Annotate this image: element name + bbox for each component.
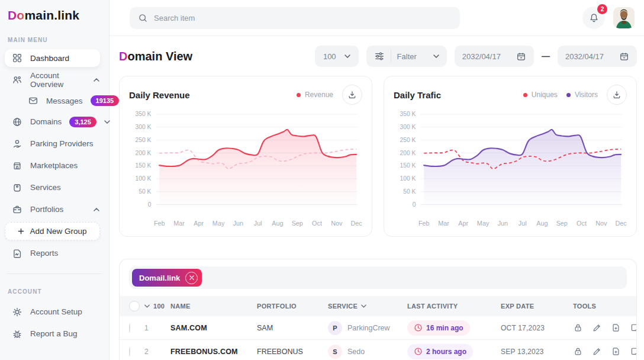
domain-name[interactable]: FREEBONUS.COM (170, 348, 257, 356)
chevron-up-icon (94, 78, 99, 82)
users-icon (11, 75, 22, 85)
main-area: 2 Domain View 100 Falter (110, 0, 644, 360)
sidebar-item-dashboard[interactable]: Dashboard (5, 49, 100, 67)
search-icon (138, 13, 148, 23)
date-from-picker[interactable]: 2032/04/17 (455, 46, 534, 67)
lock-button[interactable] (573, 346, 583, 356)
svg-text:150 K: 150 K (400, 162, 416, 169)
sidebar-item-parking-providers[interactable]: Parking Providers (0, 133, 109, 155)
divider (391, 50, 391, 62)
sidebar-item-label: Reports (30, 249, 58, 258)
remove-chip-button[interactable] (185, 272, 198, 284)
legend-item-visitors: Visitors (566, 91, 598, 99)
sidebar-item-services[interactable]: Services (0, 176, 109, 198)
sidebar-item-messages[interactable]: Messages 19135 (0, 91, 109, 111)
svg-text:Mar: Mar (438, 220, 449, 227)
edit-button[interactable] (592, 346, 602, 356)
sidebar-item-label: Report a Bug (30, 329, 78, 338)
column-header-service-label: SERVICE (328, 303, 358, 310)
svg-text:300 K: 300 K (400, 124, 416, 130)
logo-accent: Do (8, 8, 24, 22)
search-input[interactable] (154, 14, 452, 22)
svg-text:Aug: Aug (272, 220, 283, 227)
export-note-button[interactable] (630, 323, 637, 333)
row-checkbox[interactable] (129, 323, 130, 333)
filter-dropdown[interactable]: Falter (366, 46, 447, 67)
page-title-accent: D (119, 50, 127, 63)
svg-text:Oct: Oct (577, 220, 587, 227)
chip-label: Domail.link (139, 274, 180, 282)
sidebar-item-label: Account Overview (30, 71, 86, 89)
sidebar-item-portfolios[interactable]: Portfolios (0, 198, 109, 220)
page-size-dropdown[interactable]: 100 (315, 46, 359, 67)
sidebar-item-label: Dashboard (30, 54, 69, 63)
svg-text:Aug: Aug (536, 220, 548, 227)
row-checkbox[interactable] (129, 347, 130, 356)
domain-name[interactable]: SAM.COM (170, 324, 257, 332)
main-menu-label: MAIN MENU (8, 37, 109, 43)
add-new-group-button[interactable]: Add New Group (5, 222, 100, 240)
search-bar[interactable] (130, 7, 460, 29)
exp-date: OCT 17,2023 (501, 324, 573, 332)
sidebar-item-account-setup[interactable]: Account Setup (0, 301, 109, 323)
download-icon (612, 90, 622, 99)
domain-filter-chip[interactable]: Domail.link (132, 269, 202, 287)
add-file-button[interactable] (611, 323, 621, 333)
select-all-checkbox[interactable] (129, 301, 140, 311)
export-note-button[interactable] (630, 346, 637, 356)
date-to-picker[interactable]: 2032/04/17 (558, 46, 637, 67)
logo-rest: main.link (24, 8, 79, 22)
sidebar-item-marketplaces[interactable]: Marketplaces (0, 155, 109, 176)
sidebar-item-account-overview[interactable]: Account Overview (0, 69, 109, 91)
legend-item-revenue: Revenue (297, 91, 333, 99)
table-header-row: 100 NAME PORTFOLIO SERVICE LAST ACTIVITY… (120, 296, 636, 316)
sidebar-item-report-a-bug[interactable]: Report a Bug (0, 323, 109, 345)
column-header-last-activity[interactable]: LAST ACTIVITY (407, 303, 501, 310)
briefcase-icon (11, 204, 22, 215)
download-chart-button[interactable] (342, 85, 362, 105)
legend-dot (566, 93, 571, 97)
svg-text:100 K: 100 K (400, 175, 416, 182)
svg-text:0: 0 (148, 201, 152, 208)
table-row: 2 FREEBONUS.COM FREEBONUS S Sedo 2 hours… (120, 340, 636, 360)
date-to-value: 2032/04/17 (565, 52, 604, 61)
daily-revenue-card: Daily Revenue Revenue 350 K300 K250 K200… (119, 76, 372, 237)
sidebar-item-reports[interactable]: Reports (0, 242, 109, 264)
lock-button[interactable] (573, 323, 583, 333)
last-activity-text: 2 hours ago (426, 348, 466, 356)
portfolio-name: SAM (257, 324, 328, 332)
download-chart-button[interactable] (607, 85, 627, 105)
svg-text:250 K: 250 K (400, 137, 416, 143)
svg-text:150 K: 150 K (135, 162, 151, 169)
page-title-rest: omain View (127, 50, 192, 63)
column-header-name[interactable]: NAME (170, 303, 257, 310)
daily-trafic-card: Daily Trafic Uniques Visitors (384, 76, 637, 237)
sidebar-item-label: Domains (30, 117, 62, 126)
date-range-separator: — (542, 52, 550, 61)
column-header-exp-date[interactable]: EXP DATE (501, 303, 573, 310)
bug-icon (11, 329, 22, 339)
chevron-down-icon[interactable] (144, 304, 150, 308)
service-initial-badge: P (328, 321, 342, 335)
svg-text:Jun: Jun (498, 220, 508, 227)
svg-text:Sep: Sep (292, 220, 303, 227)
edit-button[interactable] (592, 323, 602, 333)
column-header-service[interactable]: SERVICE (328, 303, 407, 310)
svg-text:May: May (477, 220, 490, 227)
page-size-value: 100 (323, 52, 336, 61)
date-from-value: 2032/04/17 (462, 52, 501, 61)
svg-text:Dec: Dec (616, 220, 627, 227)
domains-table-card: Domail.link 100 NAME PORTFOLIO SERVICE L… (119, 259, 637, 360)
svg-text:250 K: 250 K (135, 137, 151, 143)
user-avatar[interactable] (613, 7, 635, 28)
legend-label: Visitors (575, 91, 598, 99)
chevron-up-icon (94, 208, 99, 211)
column-header-portfolio[interactable]: PORTFOLIO (257, 303, 328, 310)
svg-text:350 K: 350 K (135, 111, 151, 117)
svg-text:100 K: 100 K (135, 175, 151, 182)
chart-title: Daily Trafic (394, 90, 441, 100)
legend-label: Uniques (532, 91, 558, 99)
services-icon (11, 182, 22, 193)
sidebar-item-domains[interactable]: Domains 3,125 (0, 111, 109, 133)
add-file-button[interactable] (611, 346, 621, 356)
